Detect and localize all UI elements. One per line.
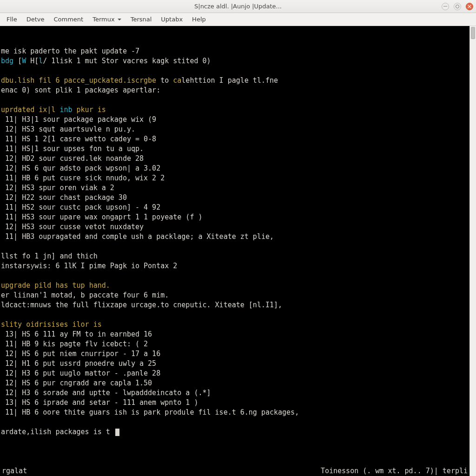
terminal-line: 12| HD2 sour cusred.lek noande 28 bbox=[1, 154, 468, 164]
terminal-text: 12| H3 6 put uuglo mattor - .panle 28 bbox=[1, 369, 160, 377]
terminal-line: 12| H22 sour chast package 30 bbox=[1, 193, 468, 203]
menubar: FlleDetveCommentTermuxTersnalUptabxHelp bbox=[0, 13, 476, 26]
menu-uptabx[interactable]: Uptabx bbox=[156, 14, 187, 25]
terminal-text: 11| H3|1 sour package package wix (9 bbox=[1, 115, 156, 124]
terminal-line bbox=[1, 242, 468, 251]
terminal-line: ardate,ilish packages is t bbox=[1, 427, 468, 437]
terminal-line: ldcact:mnuws the full flixzape urcage.to… bbox=[1, 300, 468, 310]
window-minimize-button[interactable] bbox=[442, 3, 449, 10]
terminal-text: ardate,ilish packages is t bbox=[1, 428, 114, 436]
terminal-text: uprdated ix|l bbox=[1, 106, 60, 114]
terminal-line: 11| HB 6 put cusre sick nnudo, wix 2 2 bbox=[1, 173, 468, 183]
terminal-text: me isk paderto the pakt update -7 bbox=[1, 47, 139, 55]
terminal-text: slity oidrisises ilor is bbox=[1, 320, 102, 329]
terminal-text: 12| HS3 spur oren viak a 2 bbox=[1, 184, 114, 192]
terminal-statusline: rgalat Toinesson (. wm xt. pd.. 7)| terp… bbox=[0, 466, 469, 476]
terminal-line: 11| H3|1 sour package package wix (9 bbox=[1, 115, 468, 125]
terminal-text: bdg bbox=[1, 57, 18, 65]
terminal-line: dbu.lish fil 6 pacce_upckated.iscrgbe to… bbox=[1, 76, 468, 86]
terminal-text: 11| HS 1 2[1 casre wetto cadey = 0-8 bbox=[1, 135, 156, 143]
terminal-text: ca bbox=[173, 76, 181, 85]
terminal-line: instarsywis: 6 1lK I pime Pagk io Pontax… bbox=[1, 261, 468, 271]
window-title: S|ncze aldl. |Aunjo |Update... bbox=[194, 3, 282, 10]
terminal-text: H[ bbox=[26, 57, 39, 65]
terminal-scrollbar-thumb[interactable] bbox=[471, 27, 475, 39]
terminal-line: slity oidrisises ilor is bbox=[1, 320, 468, 330]
statusline-left: rgalat bbox=[2, 466, 27, 476]
terminal-line: me isk paderto the pakt update -7 bbox=[1, 46, 468, 56]
terminal-line: 13| HS 6 iprade and setar - 111 anem wpn… bbox=[1, 398, 468, 408]
terminal-line: 11| HS2 sour custc pack upson] - 4 92 bbox=[1, 203, 468, 212]
terminal-line: 12| HS3 sour cusse vetot nuxdatey bbox=[1, 222, 468, 232]
terminal-line: 11| HS3 sour upare wax ongaprt 1 1 poyea… bbox=[1, 212, 468, 222]
terminal-text: 12| HS 6 put niem cnurripor - 17 a 16 bbox=[1, 350, 160, 358]
terminal-line: 11| HB 6 oore thite guars ish is park pr… bbox=[1, 408, 468, 417]
terminal-text: ldcact:mnuws the full flixzape urcage.to… bbox=[1, 301, 282, 309]
terminal-text: 11| HB3 oupragated and comple ush a pack… bbox=[1, 232, 274, 241]
terminal-text: 11| HB 9 kis pagte flv icebct: ( 2 bbox=[1, 340, 148, 348]
terminal-text: llst fo 1 jn] and thich bbox=[1, 252, 98, 260]
terminal-line bbox=[1, 66, 468, 76]
terminal-text: inb bbox=[60, 106, 72, 114]
terminal-line: 12| H3 6 sorade and uptte - lwpadddeinca… bbox=[1, 388, 468, 398]
terminal-text: 13| HS 6 111 ay FM to in earnbed 16 bbox=[1, 330, 152, 338]
statusline-right: Toinesson (. wm xt. pd.. 7)| terpli bbox=[321, 466, 468, 476]
terminal-text: 12| H22 sour chast package 30 bbox=[1, 193, 127, 202]
terminal-text: l bbox=[39, 57, 43, 65]
menu-termux[interactable]: Termux bbox=[88, 14, 126, 25]
menu-comment[interactable]: Comment bbox=[49, 14, 88, 25]
terminal-text: / 1lisk 1 mut Stor vacres kagk stited 0) bbox=[43, 57, 211, 65]
terminal-text: 12| H1 6 put ussrd pnoedre uwly a 25 bbox=[1, 359, 156, 368]
terminal-text: W bbox=[22, 57, 26, 65]
terminal-text: 12| H3 6 sorade and uptte - lwpadddeinca… bbox=[1, 389, 211, 397]
terminal-line: 12| HS 6 pur cngradd are capla 1.50 bbox=[1, 378, 468, 388]
terminal[interactable]: me isk paderto the pakt update -7bdg [W … bbox=[0, 26, 469, 476]
terminal-line: 11| HS 1 2[1 casre wetto cadey = 0-8 bbox=[1, 134, 468, 144]
terminal-line: enac 0) sont plik 1 packages apertlar: bbox=[1, 86, 468, 95]
terminal-line: 12| H3 6 put uuglo mattor - .panle 28 bbox=[1, 369, 468, 378]
terminal-line: 11| HB 9 kis pagte flv icebct: ( 2 bbox=[1, 339, 468, 349]
terminal-text: 12| HD2 sour cusred.lek noande 28 bbox=[1, 154, 144, 163]
terminal-text: 11| HS3 sour upare wax ongaprt 1 1 poyea… bbox=[1, 213, 202, 221]
terminal-text: y bbox=[30, 262, 34, 270]
terminal-line: bdg [W H[l/ 1lisk 1 mut Stor vacres kagk… bbox=[1, 56, 468, 66]
window-maximize-button[interactable] bbox=[454, 3, 461, 10]
window-titlebar: S|ncze aldl. |Aunjo |Update... bbox=[0, 0, 476, 13]
terminal-cursor bbox=[115, 429, 119, 436]
terminal-text: enac 0) sont plik 1 packages apertlar: bbox=[1, 86, 160, 94]
terminal-text: [ bbox=[18, 57, 22, 65]
terminal-line bbox=[1, 417, 468, 427]
window-controls bbox=[442, 3, 473, 10]
terminal-line: 12| HS 6 put niem cnurripor - 17 a 16 bbox=[1, 349, 468, 359]
terminal-line: 11| HB3 oupragated and comple ush a pack… bbox=[1, 232, 468, 242]
terminal-line: er liinan'1 motad, b paccate four 6 mim. bbox=[1, 291, 468, 300]
terminal-text: 11| HB 6 put cusre sick nnudo, wix 2 2 bbox=[1, 174, 165, 182]
terminal-line bbox=[1, 271, 468, 281]
window-close-button[interactable] bbox=[466, 3, 473, 10]
terminal-line: llst fo 1 jn] and thich bbox=[1, 251, 468, 261]
terminal-text: pkur is bbox=[73, 106, 106, 114]
terminal-line: 11| HS|1 sour upses fon tu a uqp. bbox=[1, 144, 468, 154]
menu-help[interactable]: Help bbox=[187, 14, 211, 25]
terminal-text: upgrade pild has tup hand. bbox=[1, 281, 110, 290]
menu-tersnal[interactable]: Tersnal bbox=[126, 14, 157, 25]
terminal-text: lehttion I pagle tl.fne bbox=[181, 76, 278, 85]
terminal-line: upgrade pild has tup hand. bbox=[1, 281, 468, 291]
terminal-line bbox=[1, 95, 468, 105]
terminal-text: er liinan'1 motad, b paccate four 6 mim. bbox=[1, 291, 169, 299]
menu-detve[interactable]: Detve bbox=[22, 14, 49, 25]
terminal-text: 12| HS 6 pur cngradd are capla 1.50 bbox=[1, 379, 152, 387]
terminal-text: 12| HS3 sour cusse vetot nuxdatey bbox=[1, 223, 144, 231]
terminal-line: uprdated ix|l inb pkur is bbox=[1, 105, 468, 115]
terminal-line: 12| HS3 spur oren viak a 2 bbox=[1, 183, 468, 193]
terminal-text: 13| HS 6 iprade and setar - 111 anem wpn… bbox=[1, 398, 198, 407]
terminal-text: instars bbox=[1, 262, 30, 270]
terminal-text: 11| HB 6 oore thite guars ish is park pr… bbox=[1, 408, 299, 416]
terminal-scrollbar[interactable] bbox=[469, 26, 476, 476]
menu-flle[interactable]: Flle bbox=[2, 14, 22, 25]
terminal-line: 13| HS 6 111 ay FM to in earnbed 16 bbox=[1, 330, 468, 339]
terminal-text: 12| HS 6 qur adsto pack wpson| a 3.02 bbox=[1, 164, 160, 172]
terminal-text: 12| HS3 squt auartsuvle n pu.y. bbox=[1, 125, 135, 133]
terminal-area: me isk paderto the pakt update -7bdg [W … bbox=[0, 26, 476, 476]
terminal-line: 12| H1 6 put ussrd pnoedre uwly a 25 bbox=[1, 359, 468, 369]
